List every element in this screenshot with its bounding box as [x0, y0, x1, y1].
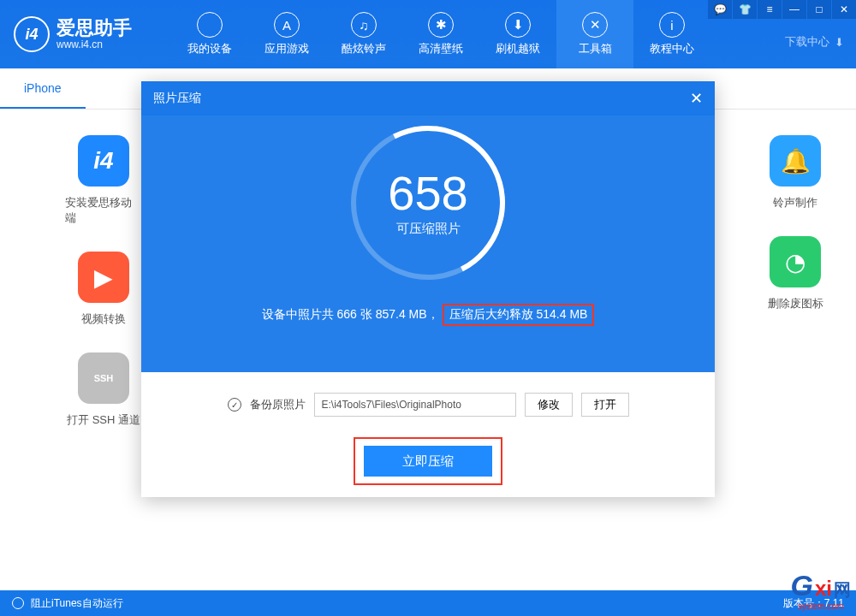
watermark-g: G: [791, 570, 813, 601]
tool-label: 打开 SSH 通道: [67, 412, 140, 428]
nav-label: 高清壁纸: [419, 41, 463, 56]
download-center-label: 下载中心: [785, 34, 829, 50]
nav-wallpaper[interactable]: ✱高清壁纸: [402, 0, 479, 68]
i4-icon: i4: [78, 135, 129, 187]
tool-clean-icons[interactable]: ◔删除废图标: [768, 236, 823, 311]
app-header: i4 爱思助手 www.i4.cn 我的设备 A应用游戏 ♫酷炫铃声 ✱高清壁纸…: [0, 0, 856, 68]
wallpaper-icon: ✱: [428, 12, 454, 38]
nav-label: 工具箱: [579, 41, 612, 56]
info-icon: i: [659, 12, 685, 38]
dialog-title: 照片压缩: [153, 91, 201, 106]
nav-label: 应用游戏: [265, 41, 309, 56]
compressible-count: 658: [388, 169, 467, 217]
download-center-link[interactable]: 下载中心 ⬇: [785, 34, 844, 50]
tool-ringtone-maker[interactable]: 🔔铃声制作: [770, 135, 821, 210]
watermark-sub: system.com: [791, 601, 851, 611]
tool-install-mobile[interactable]: i4安装爱思移动端: [65, 135, 142, 226]
tool-label: 铃声制作: [773, 195, 817, 210]
music-icon: ♫: [351, 12, 377, 38]
status-text: 阻止iTunes自动运行: [31, 596, 123, 611]
modify-button[interactable]: 修改: [525, 393, 573, 417]
nav-flash[interactable]: ⬇刷机越狱: [479, 0, 556, 68]
download-icon: ⬇: [835, 36, 844, 49]
watermark: G xi 网 system.com: [791, 570, 851, 611]
open-button[interactable]: 打开: [581, 393, 629, 417]
menu-icon[interactable]: ≡: [758, 0, 782, 19]
app-subtitle: www.i4.cn: [56, 38, 132, 50]
tool-label: 删除废图标: [768, 296, 823, 311]
nav-my-device[interactable]: 我的设备: [171, 0, 248, 68]
summary-highlight: 压缩后大约释放 514.4 MB: [443, 304, 595, 326]
nav-label: 我的设备: [187, 41, 232, 56]
window-controls: 💬 👕 ≡ — □ ✕: [707, 0, 856, 19]
minimize-button[interactable]: —: [782, 0, 806, 19]
nav-tutorials[interactable]: i教程中心: [633, 0, 710, 68]
dialog-summary-panel: 658 可压缩照片 设备中照片共 666 张 857.4 MB， 压缩后大约释放…: [141, 116, 715, 372]
backup-row: ✓ 备份原照片 修改 打开: [228, 393, 629, 417]
apple-icon: [197, 12, 223, 38]
bell-icon: 🔔: [770, 135, 821, 187]
progress-circle: 658 可压缩照片: [351, 126, 505, 280]
tool-label: 视频转换: [81, 311, 126, 327]
main-nav: 我的设备 A应用游戏 ♫酷炫铃声 ✱高清壁纸 ⬇刷机越狱 ✕工具箱 i教程中心: [171, 0, 710, 68]
summary-prefix: 设备中照片共 666 张 857.4 MB，: [262, 307, 439, 323]
tools-right-column: 🔔铃声制作 ◔删除废图标: [757, 135, 834, 311]
dialog-close-button[interactable]: ✕: [690, 89, 703, 108]
nav-apps[interactable]: A应用游戏: [248, 0, 325, 68]
tools-left-column: i4安装爱思移动端 ▶视频转换 SSH打开 SSH 通道: [65, 135, 142, 428]
play-icon: ▶: [78, 252, 129, 303]
check-icon[interactable]: ✓: [228, 398, 241, 412]
nav-ringtones[interactable]: ♫酷炫铃声: [325, 0, 402, 68]
skin-icon[interactable]: 👕: [733, 0, 757, 19]
ssh-icon: SSH: [78, 352, 129, 404]
dialog-actions-panel: ✓ 备份原照片 修改 打开 立即压缩: [141, 372, 715, 485]
logo-icon: i4: [14, 16, 50, 52]
backup-path-input[interactable]: [314, 393, 516, 417]
nav-label: 酷炫铃声: [342, 41, 386, 56]
dialog-header: 照片压缩 ✕: [141, 81, 715, 116]
clean-icon: ◔: [770, 236, 821, 287]
logo-area: i4 爱思助手 www.i4.cn: [0, 16, 171, 52]
nav-label: 刷机越狱: [496, 41, 540, 56]
chat-icon[interactable]: 💬: [708, 0, 732, 19]
app-title: 爱思助手: [56, 18, 132, 38]
tool-video-convert[interactable]: ▶视频转换: [78, 252, 129, 327]
watermark-xi: xi: [815, 578, 832, 600]
maximize-button[interactable]: □: [807, 0, 831, 19]
compress-now-button[interactable]: 立即压缩: [364, 446, 492, 477]
status-left[interactable]: 阻止iTunes自动运行: [12, 596, 123, 611]
tool-ssh[interactable]: SSH打开 SSH 通道: [67, 352, 140, 428]
tools-icon: ✕: [582, 12, 608, 38]
status-bar: 阻止iTunes自动运行 版本号：7.11: [0, 590, 856, 616]
compress-highlight: 立即压缩: [354, 437, 502, 485]
nav-toolbox[interactable]: ✕工具箱: [556, 0, 633, 68]
download-icon: ⬇: [505, 12, 531, 38]
compressible-label: 可压缩照片: [388, 221, 467, 237]
nav-label: 教程中心: [650, 41, 694, 56]
tab-iphone[interactable]: iPhone: [0, 68, 86, 109]
close-button[interactable]: ✕: [832, 0, 856, 19]
photo-compress-dialog: 照片压缩 ✕ 658 可压缩照片 设备中照片共 666 张 857.4 MB， …: [141, 81, 715, 497]
apps-icon: A: [274, 12, 300, 38]
backup-label: 备份原照片: [250, 397, 306, 412]
tool-label: 安装爱思移动端: [65, 195, 142, 226]
summary-text: 设备中照片共 666 张 857.4 MB， 压缩后大约释放 514.4 MB: [262, 304, 595, 326]
toggle-icon: [12, 597, 24, 609]
watermark-net: 网: [834, 580, 851, 599]
